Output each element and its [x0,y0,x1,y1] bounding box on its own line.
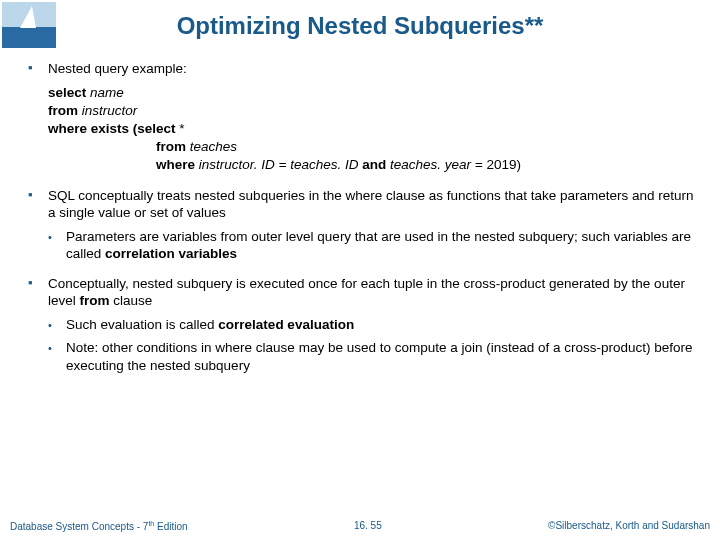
bullet-marker: ▪ [28,275,48,310]
footer-center: 16. 55 [354,520,382,532]
bullet-1: ▪ Nested query example: [28,60,700,78]
bullet-marker: • [48,339,66,374]
bullet-marker: • [48,228,66,263]
bullet-marker: ▪ [28,187,48,222]
bullet-text: Parameters are variables from outer leve… [66,228,700,263]
sub-bullet-2-1: • Parameters are variables from outer le… [48,228,700,263]
footer-left: Database System Concepts - 7th Edition [10,520,188,532]
sub-bullet-3-1: • Such evaluation is called correlated e… [48,316,700,334]
bullet-text: Note: other conditions in where clause m… [66,339,700,374]
bullet-text: Conceptually, nested subquery is execute… [48,275,700,310]
logo-image [2,2,56,48]
slide-title: Optimizing Nested Subqueries** [0,12,720,40]
bullet-3: ▪ Conceptually, nested subquery is execu… [28,275,700,310]
bullet-text: Such evaluation is called correlated eva… [66,316,700,334]
bullet-marker: ▪ [28,60,48,78]
slide-body: ▪ Nested query example: select name from… [28,60,700,381]
code-block: select name from instructor where exists… [48,84,700,175]
bullet-text: SQL conceptually treats nested subquerie… [48,187,700,222]
footer-right: ©Silberschatz, Korth and Sudarshan [548,520,710,532]
sub-bullet-3-2: • Note: other conditions in where clause… [48,339,700,374]
footer: Database System Concepts - 7th Edition 1… [10,520,710,532]
bullet-2: ▪ SQL conceptually treats nested subquer… [28,187,700,222]
bullet-text: Nested query example: [48,60,700,78]
bullet-marker: • [48,316,66,334]
